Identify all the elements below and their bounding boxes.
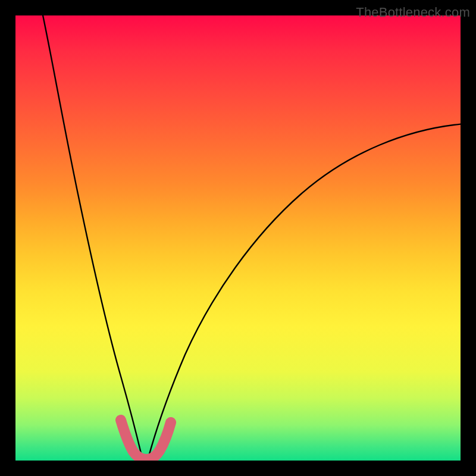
highlight-u-shape — [121, 420, 171, 459]
highlight-marker — [15, 15, 461, 461]
plot-area — [15, 15, 461, 461]
watermark-text: TheBottleneck.com — [356, 5, 470, 20]
